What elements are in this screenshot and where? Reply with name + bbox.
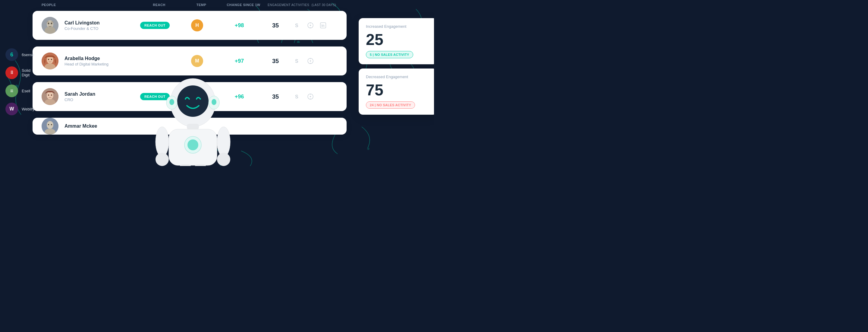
- separator-2: [33, 79, 347, 82]
- svg-text:S: S: [295, 59, 299, 64]
- sidebar-item-weblify[interactable]: W Weblify: [5, 103, 36, 115]
- svg-point-33: [47, 91, 53, 99]
- person-card-ammar: Ammar Mckee: [33, 118, 347, 135]
- svg-point-45: [48, 124, 49, 125]
- compass-icon-sarah: [306, 92, 315, 101]
- decreased-engagement-card: Decreased Engagement 75 24 | NO SALES AC…: [359, 68, 434, 115]
- sidebar-item-label-esell: Esell: [22, 89, 30, 93]
- col-header-change: CHANGE SINCE 1W: [219, 3, 268, 7]
- svg-point-14: [51, 23, 53, 24]
- salesforce-icon-sarah: S: [293, 92, 302, 101]
- svg-point-35: [48, 94, 49, 96]
- separator-3: [33, 114, 347, 118]
- increased-engagement-card: Increased Engagement 25 5 | NO SALES ACT…: [359, 18, 434, 64]
- col-header-engagement: ENGAGEMENT ACTIVITIES (last 30 days): [268, 3, 425, 7]
- svg-point-17: [310, 25, 311, 26]
- person-title-carl: Co-Founder & CTO: [64, 26, 131, 31]
- sidebar-logo-esell: ≡: [5, 84, 18, 97]
- sidebar-item-label-6sense: 6sense: [22, 53, 34, 57]
- temp-arabella: M: [179, 55, 215, 67]
- svg-point-29: [310, 60, 311, 61]
- svg-point-25: [48, 59, 49, 60]
- person-title-arabella: Head of Digital Marketing: [64, 62, 131, 66]
- sidebar-item-solid-digital[interactable]: ⠿ Solid Digit: [5, 66, 36, 79]
- person-info-ammar: Ammar Mckee: [64, 123, 131, 129]
- increased-engagement-title: Increased Engagement: [366, 24, 430, 29]
- person-card-sarah: Sarah Jordan CRO REACH OUT M +96 35 S: [33, 82, 347, 111]
- reach-badge-carl: REACH OUT: [131, 22, 179, 29]
- temp-dot-carl: H: [191, 19, 203, 31]
- salesforce-icon-carl: S: [293, 21, 302, 30]
- table-header: PEOPLE REACH TEMP CHANGE SINCE 1W ENGAGE…: [33, 1, 434, 9]
- person-name-carl: Carl Livingston: [64, 20, 131, 26]
- svg-point-46: [51, 124, 52, 125]
- svg-point-13: [48, 23, 50, 24]
- avatar-carl: [41, 17, 59, 34]
- avatar-sarah: [41, 88, 59, 105]
- person-name-sarah: Sarah Jordan: [64, 91, 131, 97]
- change-arabella: +97: [215, 58, 264, 64]
- sidebar-item-esell[interactable]: ≡ Esell: [5, 84, 36, 97]
- person-card-arabella: Arabella Hodge Head of Digital Marketing…: [33, 47, 347, 76]
- engagement-count-sarah: 35: [264, 93, 287, 100]
- person-title-sarah: CRO: [64, 98, 131, 102]
- compass-icon-carl: [306, 21, 315, 30]
- svg-text:S: S: [295, 94, 299, 99]
- change-sarah: +96: [215, 93, 264, 100]
- temp-dot-sarah: M: [191, 90, 203, 103]
- sidebar-logo-icon-solid-digital: ⠿: [10, 70, 13, 75]
- engagement-count-arabella: 35: [264, 58, 287, 64]
- sidebar: 6 6sense ⠿ Solid Digit ≡ Esell W Weblify: [0, 48, 36, 115]
- sidebar-logo-6sense: 6: [5, 48, 18, 61]
- svg-point-39: [310, 96, 311, 97]
- stats-panel: Increased Engagement 25 5 | NO SALES ACT…: [359, 18, 434, 115]
- increased-engagement-badge: 5 | NO SALES ACTIVITY: [366, 51, 413, 58]
- person-name-arabella: Arabella Hodge: [64, 56, 131, 61]
- reach-out-badge-sarah[interactable]: REACH OUT: [140, 93, 170, 100]
- sidebar-item-6sense[interactable]: 6 6sense: [5, 48, 36, 61]
- engagement-icons-sarah: S: [293, 92, 315, 101]
- engagement-icons-carl: S in: [293, 21, 327, 30]
- decreased-engagement-title: Decreased Engagement: [366, 75, 430, 79]
- sidebar-logo-icon-esell: ≡: [10, 88, 13, 94]
- engagement-icons-arabella: S: [293, 57, 315, 65]
- increased-engagement-number: 25: [366, 32, 430, 47]
- linkedin-icon-carl: in: [319, 21, 327, 30]
- reach-badge-sarah: REACH OUT: [131, 93, 179, 100]
- svg-point-26: [51, 59, 52, 60]
- sidebar-logo-weblify: W: [5, 103, 18, 115]
- col-header-reach: REACH: [135, 3, 183, 7]
- decreased-engagement-number: 75: [366, 82, 430, 98]
- temp-dot-arabella: M: [191, 55, 203, 67]
- sidebar-item-label-solid-digital: Solid Digit: [22, 68, 36, 77]
- person-info-arabella: Arabella Hodge Head of Digital Marketing: [64, 56, 131, 66]
- person-name-ammar: Ammar Mckee: [64, 123, 131, 129]
- decreased-engagement-badge: 24 | NO SALES ACTIVITY: [366, 102, 415, 109]
- svg-point-36: [51, 94, 52, 96]
- avatar-arabella: [41, 53, 59, 70]
- separator-1: [33, 43, 347, 47]
- avatar-ammar: [41, 118, 59, 135]
- temp-sarah: M: [179, 90, 215, 103]
- engagement-count-carl: 35: [264, 22, 287, 29]
- person-card-carl: Carl Livingston Co-Founder & CTO REACH O…: [33, 11, 347, 40]
- person-info-carl: Carl Livingston Co-Founder & CTO: [64, 20, 131, 31]
- temp-carl: H: [179, 19, 215, 31]
- col-header-temp: TEMP: [183, 3, 219, 7]
- change-carl: +98: [215, 22, 264, 29]
- svg-text:in: in: [321, 24, 324, 28]
- compass-icon-arabella: [306, 57, 315, 65]
- reach-out-badge-carl[interactable]: REACH OUT: [140, 22, 170, 29]
- svg-text:S: S: [295, 23, 299, 28]
- sidebar-logo-icon-6sense: 6: [10, 52, 13, 58]
- svg-point-43: [47, 121, 53, 129]
- col-header-people: PEOPLE: [41, 3, 135, 7]
- sidebar-item-label-weblify: Weblify: [22, 107, 34, 111]
- salesforce-icon-arabella: S: [293, 57, 302, 65]
- sidebar-logo-solid-digital: ⠿: [5, 66, 18, 79]
- sidebar-logo-icon-weblify: W: [9, 106, 14, 112]
- person-info-sarah: Sarah Jordan CRO: [64, 91, 131, 102]
